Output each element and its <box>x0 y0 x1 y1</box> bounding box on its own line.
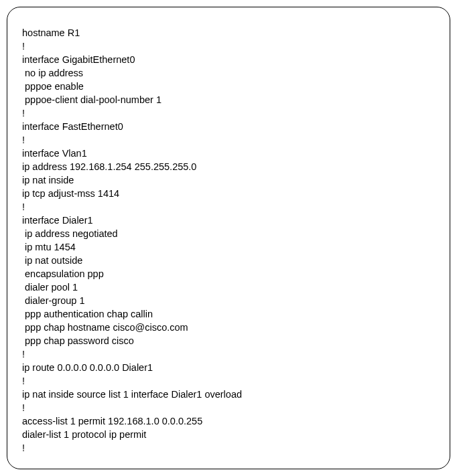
config-line: dialer-group 1 <box>22 294 436 307</box>
config-line: ! <box>22 200 436 214</box>
config-line: pppoe-client dial-pool-number 1 <box>22 93 436 106</box>
config-line: ip nat outside <box>22 254 436 267</box>
config-line: ip address 192.168.1.254 255.255.255.0 <box>22 160 436 173</box>
config-line: dialer-list 1 protocol ip permit <box>22 428 436 441</box>
config-line: interface FastEthernet0 <box>22 120 436 133</box>
config-line: pppoe enable <box>22 80 436 93</box>
config-line: ip route 0.0.0.0 0.0.0.0 Dialer1 <box>22 361 436 374</box>
config-line: dialer pool 1 <box>22 281 436 294</box>
config-line: ! <box>22 39 436 53</box>
config-line: ppp chap hostname cisco@cisco.com <box>22 321 436 334</box>
config-line: hostname R1 <box>22 26 436 39</box>
config-line: ip address negotiated <box>22 227 436 240</box>
config-line: ip tcp adjust-mss 1414 <box>22 187 436 200</box>
config-line: encapsulation ppp <box>22 267 436 281</box>
router-config-frame: hostname R1 ! interface GigabitEthernet0… <box>7 7 450 469</box>
config-line: ! <box>22 441 436 455</box>
config-line: interface GigabitEthernet0 <box>22 53 436 66</box>
config-line: ! <box>22 374 436 388</box>
config-line: ip mtu 1454 <box>22 240 436 254</box>
config-line: ppp chap password cisco <box>22 334 436 347</box>
config-line: ppp authentication chap callin <box>22 307 436 321</box>
config-line: ! <box>22 106 436 120</box>
config-line: interface Dialer1 <box>22 214 436 227</box>
config-line: ! <box>22 401 436 414</box>
config-line: interface Vlan1 <box>22 147 436 160</box>
config-line: ! <box>22 347 436 361</box>
config-line: ! <box>22 133 436 147</box>
config-line: no ip address <box>22 66 436 80</box>
config-line: ip nat inside <box>22 173 436 187</box>
config-line: access-list 1 permit 192.168.1.0 0.0.0.2… <box>22 414 436 428</box>
config-line: ip nat inside source list 1 interface Di… <box>22 388 436 401</box>
